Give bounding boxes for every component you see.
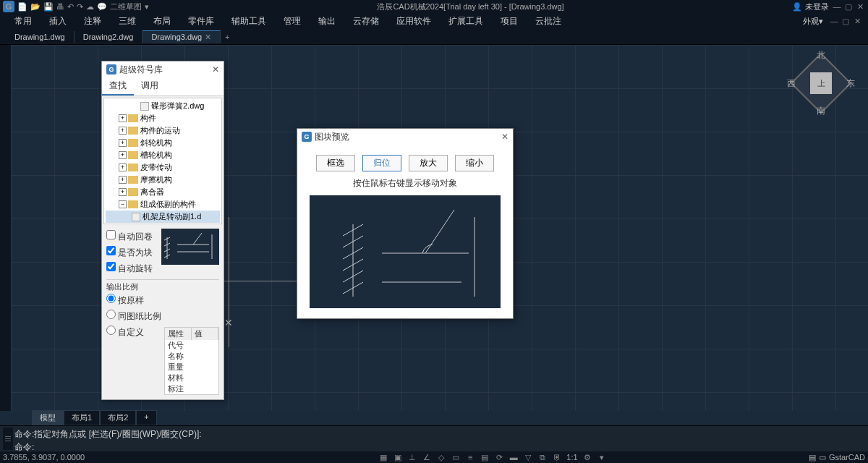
zoom-in-button[interactable]: 放大 [409,155,448,171]
prop-row[interactable]: 标注 [165,383,218,394]
collapse-icon[interactable]: − [119,200,127,208]
expand-icon[interactable]: + [119,114,127,122]
expand-icon[interactable]: + [119,139,127,147]
chat-icon[interactable]: 💬 [97,2,107,12]
compass-east[interactable]: 东 [846,77,855,90]
preview-dialog-titlebar[interactable]: G 图块预览 ✕ [297,129,513,145]
scale-orig-radio[interactable] [106,294,116,303]
symbol-tree[interactable]: 碟形弹簧2.dwg +构件 +构件的运动 +斜轮机构 +槽轮机构 +皮带传动 +… [103,98,222,224]
autoscroll-checkbox[interactable] [106,230,116,239]
tab-close-icon[interactable]: ✕ [205,33,211,41]
compass-west[interactable]: 西 [787,77,796,90]
command-line[interactable]: 命令:指定对角点或 [栏选(F)/圈围(WP)/圈交(CP)]: 命令: [0,425,868,451]
user-icon[interactable]: 👤 [792,2,802,12]
maximize-icon[interactable]: ▢ [843,1,854,12]
expand-icon[interactable]: + [119,188,127,196]
close-icon[interactable]: ✕ [855,1,865,12]
command-handle[interactable] [3,428,13,450]
appearance-label[interactable]: 外观 [803,16,819,27]
prop-row[interactable]: 材料 [165,373,218,383]
isblock-checkbox[interactable] [106,246,116,255]
scale-display[interactable]: 1:1 [566,453,577,462]
dropdown-icon[interactable]: ▾ [597,452,607,462]
dyninput-icon[interactable]: ▤ [480,452,490,462]
menu-3d[interactable]: 三维 [110,14,145,29]
menu-insert[interactable]: 插入 [41,14,75,29]
menu-aux[interactable]: 辅助工具 [223,14,275,29]
prop-row[interactable]: 名称 [165,351,218,362]
polar-icon[interactable]: ∠ [422,452,432,462]
expand-icon[interactable]: + [119,127,127,135]
compass-north[interactable]: 北 [817,49,825,61]
layers-icon[interactable]: ▤ [809,453,816,462]
iso-icon[interactable]: ▽ [523,452,533,462]
scale-custom-radio[interactable] [106,326,116,335]
scale-original[interactable]: 按原样 [106,292,219,308]
opt-isblock[interactable]: 是否为块 [106,245,158,260]
tab-use[interactable]: 调用 [134,77,166,95]
box-select-button[interactable]: 框选 [316,155,355,171]
command-input[interactable] [34,442,251,452]
opt-autoscroll[interactable]: 自动回卷 [106,229,158,245]
ortho-icon[interactable]: ⊥ [407,452,417,462]
menu-ext[interactable]: 扩展工具 [440,14,492,29]
compass-top[interactable]: 上 [810,72,832,94]
redo-icon[interactable]: ↷ [77,2,83,12]
person-icon[interactable]: ⛨ [552,452,562,462]
menu-common[interactable]: 常用 [6,14,41,29]
model-icon[interactable]: ▬ [509,452,519,462]
doc-close-icon[interactable]: ✕ [852,16,862,26]
doc-maximize-icon[interactable]: ▢ [841,16,851,26]
preview-dialog-close-icon[interactable]: ✕ [501,132,509,142]
minimize-icon[interactable]: — [832,1,842,12]
tab-find[interactable]: 查找 [102,77,134,95]
symbol-thumbnail[interactable] [161,229,219,265]
save-icon[interactable]: 💾 [43,2,54,12]
prop-row[interactable]: 重量 [165,362,218,373]
tab-drawing1[interactable]: Drawing1.dwg [6,31,75,43]
block-preview-canvas[interactable] [310,195,501,308]
gear-icon[interactable]: ⚙ [582,452,592,462]
home-button[interactable]: 归位 [362,155,401,171]
compass-south[interactable]: 南 [817,105,825,117]
expand-icon[interactable]: + [119,163,127,171]
osnap-icon[interactable]: ◇ [436,452,446,462]
menu-layout[interactable]: 布局 [145,14,179,29]
scale-paper[interactable]: 同图纸比例 [106,308,219,324]
menu-annotate[interactable]: 注释 [75,14,110,29]
menu-project[interactable]: 项目 [492,14,527,29]
appearance-dropdown-icon[interactable]: ▾ [819,17,823,26]
ruler-icon[interactable]: ▭ [819,453,826,462]
snap-icon[interactable]: ▣ [393,452,403,462]
menu-output[interactable]: 输出 [310,14,344,29]
print-icon[interactable]: 🖶 [56,2,64,11]
symbol-dialog-close-icon[interactable]: ✕ [212,64,219,75]
property-grid[interactable]: 属性值 代号 名称 重量 材料 标注 [164,327,219,395]
autorotate-checkbox[interactable] [106,262,116,271]
otrack-icon[interactable]: ▭ [451,452,461,462]
menu-manage[interactable]: 管理 [275,14,310,29]
sketch-mode-label[interactable]: 二维草图 [110,1,142,12]
view-cube[interactable]: 上 北 南 东 西 [788,51,854,116]
new-icon[interactable]: 📄 [17,2,27,12]
doc-minimize-icon[interactable]: — [829,16,839,26]
undo-icon[interactable]: ↶ [67,2,74,12]
prop-row[interactable]: 代号 [165,340,218,351]
zoom-out-button[interactable]: 缩小 [455,155,494,171]
menu-apps[interactable]: 应用软件 [388,14,440,29]
layout-2[interactable]: 布局2 [100,410,136,425]
layout-model[interactable]: 模型 [32,410,64,425]
menu-cloud[interactable]: 云存储 [344,14,388,29]
menu-parts[interactable]: 零件库 [179,14,223,29]
cycle-icon[interactable]: ⟳ [494,452,504,462]
lineweight-icon[interactable]: ≡ [465,452,475,462]
magnet-icon[interactable]: ⧉ [537,452,548,462]
layout-add[interactable]: + [136,410,156,425]
grid-icon[interactable]: ▦ [378,452,388,462]
symbol-dialog-titlebar[interactable]: G 超级符号库 ✕ [102,61,224,77]
tab-drawing3[interactable]: Drawing3.dwg✕ [142,30,221,43]
tab-add-icon[interactable]: + [225,33,229,41]
scale-paper-radio[interactable] [106,310,116,319]
app-logo-icon[interactable]: G [3,1,14,12]
menu-cloudnote[interactable]: 云批注 [527,14,570,29]
